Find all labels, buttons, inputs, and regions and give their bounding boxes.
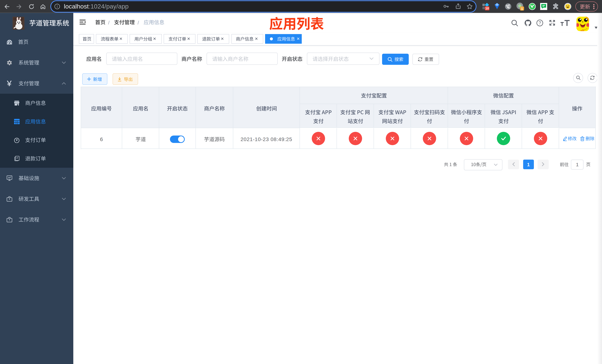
svg-text:1: 1 <box>521 7 523 11</box>
svg-text:10: 10 <box>485 7 489 10</box>
svg-text:?: ? <box>539 20 541 25</box>
